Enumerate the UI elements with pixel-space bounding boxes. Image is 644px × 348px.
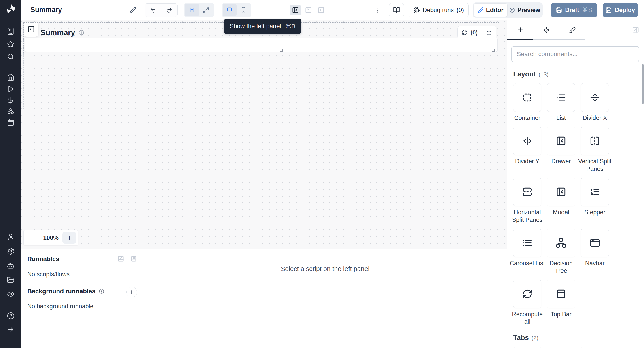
component-card-divider-x[interactable] [581, 83, 609, 112]
component-cell: Vertical Split Panes [581, 126, 609, 173]
component-card-navbar[interactable] [581, 228, 609, 257]
component-card-carousel-list[interactable] [513, 228, 541, 257]
component-card-stepper[interactable] [581, 178, 609, 206]
component-card[interactable] [547, 347, 575, 348]
component-card-container[interactable] [513, 83, 541, 112]
sidebar-workers-button[interactable] [6, 261, 15, 270]
component-card[interactable] [513, 347, 541, 348]
sidebar-schedules-button[interactable] [6, 118, 15, 127]
tooltip-text: Show the left panel. [230, 23, 283, 30]
top-bar-icon [556, 289, 566, 299]
component-grid: ContainerListDivider XDivider YDrawerVer… [513, 83, 640, 326]
horizontal-split-icon [522, 187, 532, 197]
sidebar-favorites-button[interactable] [6, 40, 15, 48]
centered-width-button[interactable] [185, 4, 199, 16]
plus-icon [129, 290, 134, 295]
sidebar-workspace-button[interactable] [6, 27, 15, 36]
sidebar-divider [0, 67, 22, 67]
recompute-all-button[interactable]: (0) [458, 26, 482, 39]
sidebar-resources-button[interactable] [6, 107, 15, 116]
component-card-drawer[interactable] [547, 126, 575, 155]
desktop-view-button[interactable] [223, 4, 236, 16]
vertical-split-icon [590, 136, 600, 146]
resize-handle[interactable] [492, 49, 495, 52]
mobile-view-button[interactable] [236, 4, 250, 16]
draft-button[interactable]: Draft ⌘S [551, 3, 597, 17]
component-cell: Carousel List [513, 228, 541, 275]
deploy-button[interactable]: Deploy [603, 3, 638, 17]
component-card-list[interactable] [547, 83, 575, 112]
runnables-panel: Runnables No scripts/flows Background ru… [22, 249, 143, 348]
panel-left-icon [292, 7, 299, 14]
collapse-right-panel-button[interactable] [632, 26, 639, 33]
component-cell: Top Bar [547, 280, 575, 326]
sidebar-runs-button[interactable] [6, 84, 15, 94]
tab-component-styling[interactable] [559, 20, 585, 39]
component-cell: Horizontal Split Panes [513, 178, 541, 224]
component-grid [513, 347, 640, 348]
component-card-top-bar[interactable] [547, 280, 575, 308]
document-icon [130, 256, 137, 262]
divider-x-icon [590, 92, 600, 103]
recompute-all-icon [522, 289, 532, 299]
sidebar-folders-button[interactable] [6, 276, 15, 284]
tab-insert-component[interactable] [507, 20, 533, 39]
panel-right-icon [318, 7, 324, 14]
component-card-vertical-split[interactable] [581, 126, 609, 155]
full-width-button[interactable] [199, 4, 213, 16]
runnables-docs-button[interactable] [130, 256, 137, 262]
schedule-recompute-button[interactable] [482, 26, 496, 39]
sidebar-audit-logs-button[interactable] [6, 290, 15, 298]
component-card-modal[interactable] [547, 178, 575, 206]
refresh-icon [462, 29, 468, 36]
app-canvas[interactable]: Summary (0) − 100% + [22, 20, 507, 249]
zoom-out-button[interactable]: − [24, 234, 39, 242]
collapse-runnables-button[interactable] [118, 256, 124, 262]
maximize-icon [203, 7, 209, 14]
redo-button[interactable] [161, 4, 177, 16]
sidebar-search-button[interactable] [6, 52, 15, 61]
right-panel-scrollbar[interactable] [642, 64, 644, 104]
component-card-recompute-all[interactable] [513, 280, 541, 308]
search-components-input[interactable] [512, 46, 639, 62]
resize-handle[interactable] [280, 49, 283, 52]
sidebar-expand-button[interactable] [6, 325, 15, 334]
tab-component-settings[interactable] [533, 20, 559, 39]
sidebar-user-button[interactable] [6, 232, 15, 241]
component-card-horizontal-split[interactable] [513, 178, 541, 206]
edit-title-button[interactable] [126, 4, 139, 16]
section-heading: Layout(13) [513, 70, 640, 78]
sidebar-help-button[interactable] [6, 311, 15, 320]
toggle-left-panel-button[interactable] [290, 5, 301, 16]
empty-component-slot[interactable] [25, 38, 498, 52]
component-card[interactable] [581, 347, 609, 348]
more-options-button[interactable] [371, 4, 384, 16]
laptop-icon [226, 7, 233, 14]
component-label: Decision Tree [544, 260, 579, 275]
component-label: Top Bar [544, 310, 579, 318]
editor-tab[interactable]: Editor [474, 3, 508, 17]
component-cell: Stepper [581, 178, 609, 224]
toggle-right-panel-button[interactable] [316, 5, 326, 16]
debug-runs-button[interactable]: Debug runs (0) [409, 3, 469, 17]
component-cell: Container [513, 83, 541, 122]
zoom-in-button[interactable]: + [62, 232, 76, 244]
editor-preview-toggle: Editor Preview [473, 2, 543, 18]
component-cell [581, 347, 609, 348]
docs-button[interactable] [389, 3, 404, 17]
info-icon[interactable] [98, 288, 104, 294]
component-card-divider-y[interactable] [513, 126, 541, 155]
sidebar-variables-button[interactable] [6, 96, 15, 105]
script-editor-placeholder: Select a script on the left panel [143, 249, 507, 348]
background-runnables-title: Background runnables [27, 288, 96, 295]
undo-button[interactable] [145, 4, 161, 16]
toggle-bottom-panel-button[interactable] [303, 5, 314, 16]
windmill-logo-icon[interactable] [4, 3, 17, 16]
add-background-runnable-button[interactable] [126, 287, 137, 298]
component-card-decision-tree[interactable] [547, 228, 575, 257]
info-icon[interactable] [78, 30, 84, 36]
sidebar-settings-button[interactable] [6, 247, 15, 256]
active-tab-indicator [507, 39, 533, 40]
preview-tab[interactable]: Preview [508, 3, 542, 17]
sidebar-home-button[interactable] [6, 73, 15, 82]
